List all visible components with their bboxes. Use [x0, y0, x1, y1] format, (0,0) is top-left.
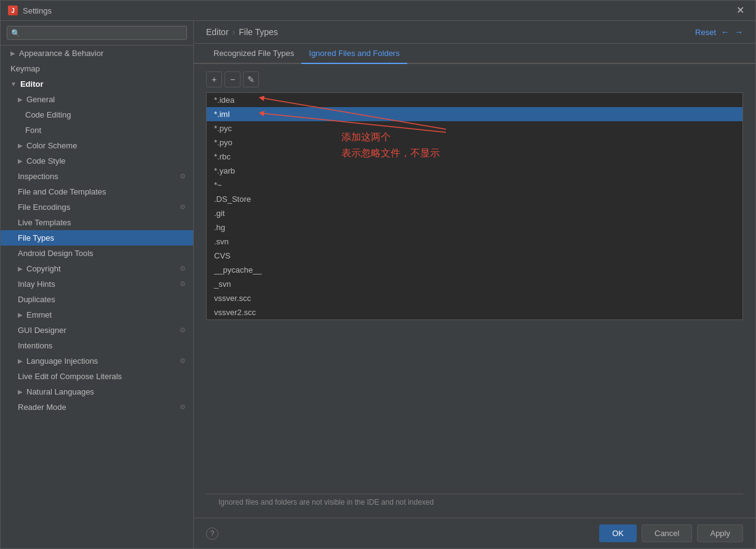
sidebar-item-general[interactable]: ▶ General — [1, 92, 193, 107]
tab-recognized[interactable]: Recognized File Types — [206, 44, 301, 63]
search-box: 🔍 — [1, 21, 193, 46]
sidebar-item-inlay-hints[interactable]: Inlay Hints ⚙ — [1, 276, 193, 292]
edit-button[interactable]: ✎ — [243, 71, 259, 87]
list-item[interactable]: *.yarb — [207, 164, 742, 178]
breadcrumb: Editor › File Types — [206, 27, 278, 37]
chevron-right-icon: ▶ — [18, 142, 23, 149]
tab-ignored[interactable]: Ignored Files and Folders — [301, 44, 407, 63]
sidebar-item-label: Code Style — [26, 156, 66, 166]
list-item[interactable]: __pycache__ — [207, 263, 742, 277]
sidebar-item-file-types[interactable]: File Types — [1, 230, 193, 246]
list-item[interactable]: *.iml — [207, 107, 742, 121]
sidebar-item-label: Font — [25, 126, 41, 135]
breadcrumb-separator: › — [233, 27, 236, 37]
sidebar-item-label: Keymap — [10, 64, 40, 73]
list-item[interactable]: *.pyc — [207, 121, 742, 135]
gear-icon: ⚙ — [180, 280, 186, 288]
list-item[interactable]: vssver.scc — [207, 291, 742, 305]
search-input[interactable] — [24, 28, 183, 38]
sidebar-item-live-edit[interactable]: Live Edit of Compose Literals — [1, 369, 193, 384]
sidebar-item-label: Copyright — [26, 264, 61, 273]
sidebar-item-inspections[interactable]: Inspections ⚙ — [1, 169, 193, 184]
ok-button[interactable]: OK — [599, 524, 637, 542]
title-bar: J Settings ✕ — [1, 1, 755, 21]
chevron-right-icon: ▶ — [18, 358, 23, 364]
sidebar-item-android-design-tools[interactable]: Android Design Tools — [1, 246, 193, 261]
sidebar-item-emmet[interactable]: ▶ Emmet — [1, 307, 193, 323]
gear-icon: ⚙ — [180, 172, 186, 180]
list-item[interactable]: *.idea — [207, 93, 742, 107]
list-item[interactable]: .hg — [207, 220, 742, 234]
list-item[interactable]: CVS — [207, 249, 742, 263]
add-button[interactable]: + — [206, 71, 222, 87]
sidebar-item-editor[interactable]: ▼ Editor — [1, 76, 193, 92]
gear-icon: ⚙ — [180, 265, 186, 273]
list-item[interactable]: vssver2.scc — [207, 305, 742, 319]
sidebar-item-code-editing[interactable]: Code Editing — [1, 107, 193, 122]
sidebar-item-copyright[interactable]: ▶ Copyright ⚙ — [1, 261, 193, 276]
sidebar-item-label: Intentions — [18, 341, 52, 350]
sidebar-item-label: Editor — [20, 79, 44, 89]
nav-back-button[interactable]: ← — [721, 27, 730, 37]
sidebar-item-code-style[interactable]: ▶ Code Style — [1, 153, 193, 169]
status-bar: Ignored files and folders are not visibl… — [206, 494, 743, 510]
sidebar-item-color-scheme[interactable]: ▶ Color Scheme — [1, 138, 193, 153]
list-item[interactable]: _svn — [207, 277, 742, 291]
nav-forward-button[interactable]: → — [734, 27, 743, 37]
gear-icon: ⚙ — [180, 403, 186, 411]
sidebar-item-appearance[interactable]: ▶ Appearance & Behavior — [1, 46, 193, 61]
sidebar-item-file-encodings[interactable]: File Encodings ⚙ — [1, 199, 193, 215]
chevron-right-icon: ▶ — [18, 311, 23, 318]
panel-content: + − ✎ *.idea *.iml *.pyc *.pyo *.rbc *.y… — [194, 64, 755, 518]
sidebar-item-file-code-templates[interactable]: File and Code Templates — [1, 184, 193, 199]
remove-button[interactable]: − — [225, 71, 241, 87]
sidebar-item-natural-languages[interactable]: ▶ Natural Languages — [1, 384, 193, 399]
status-text: Ignored files and folders are not visibl… — [218, 498, 434, 507]
chevron-right-icon: ▶ — [18, 388, 23, 395]
close-button[interactable]: ✕ — [733, 4, 748, 17]
help-button[interactable]: ? — [206, 527, 218, 540]
sidebar-item-keymap[interactable]: Keymap — [1, 61, 193, 76]
toolbar: + − ✎ — [206, 71, 743, 87]
sidebar: 🔍 ▶ Appearance & Behavior Keymap ▼ Edito — [1, 21, 194, 548]
list-item[interactable]: .git — [207, 206, 742, 220]
sidebar-item-font[interactable]: Font — [1, 122, 193, 138]
file-list: *.idea *.iml *.pyc *.pyo *.rbc *.yarb *~… — [206, 92, 743, 320]
sidebar-item-gui-designer[interactable]: GUI Designer ⚙ — [1, 323, 193, 338]
apply-button[interactable]: Apply — [697, 524, 743, 542]
cancel-button[interactable]: Cancel — [642, 524, 692, 542]
sidebar-item-reader-mode[interactable]: Reader Mode ⚙ — [1, 399, 193, 415]
list-item[interactable]: *.rbc — [207, 150, 742, 164]
right-panel: Editor › File Types Reset ← → Recognized… — [194, 21, 755, 548]
breadcrumb-parent: Editor — [206, 27, 229, 37]
sidebar-item-live-templates[interactable]: Live Templates — [1, 215, 193, 230]
main-content: 🔍 ▶ Appearance & Behavior Keymap ▼ Edito — [1, 21, 755, 548]
sidebar-item-label: Live Templates — [18, 218, 71, 227]
sidebar-item-label: Reader Mode — [18, 403, 66, 412]
sidebar-item-label: Inspections — [18, 172, 58, 181]
reset-button[interactable]: Reset — [695, 28, 716, 37]
chevron-down-icon: ▼ — [10, 81, 17, 87]
sidebar-list: ▶ Appearance & Behavior Keymap ▼ Editor … — [1, 46, 193, 548]
sidebar-item-label: Natural Languages — [26, 387, 94, 396]
search-wrapper: 🔍 — [7, 26, 187, 40]
sidebar-item-label: Inlay Hints — [18, 279, 55, 289]
list-item[interactable]: .svn — [207, 234, 742, 249]
list-item[interactable]: .DS_Store — [207, 192, 742, 206]
tabs-bar: Recognized File Types Ignored Files and … — [194, 44, 755, 64]
button-group: OK Cancel Apply — [599, 524, 743, 542]
sidebar-item-label: GUI Designer — [18, 326, 66, 335]
gear-icon: ⚙ — [180, 357, 186, 365]
sidebar-item-label: Duplicates — [18, 295, 55, 304]
sidebar-item-duplicates[interactable]: Duplicates — [1, 292, 193, 307]
list-item[interactable]: *~ — [207, 178, 742, 192]
gear-icon: ⚙ — [180, 203, 186, 211]
annotation-area: *.idea *.iml *.pyc *.pyo *.rbc *.yarb *~… — [206, 92, 743, 494]
settings-dialog: J Settings ✕ 🔍 ▶ Appearance & Behavior — [0, 0, 756, 549]
list-item[interactable]: *.pyo — [207, 135, 742, 150]
sidebar-item-intentions[interactable]: Intentions — [1, 338, 193, 353]
chevron-right-icon: ▶ — [10, 50, 15, 57]
sidebar-item-language-injections[interactable]: ▶ Language Injections ⚙ — [1, 353, 193, 369]
sidebar-item-label: Live Edit of Compose Literals — [18, 372, 122, 381]
window-title: Settings — [23, 6, 52, 15]
